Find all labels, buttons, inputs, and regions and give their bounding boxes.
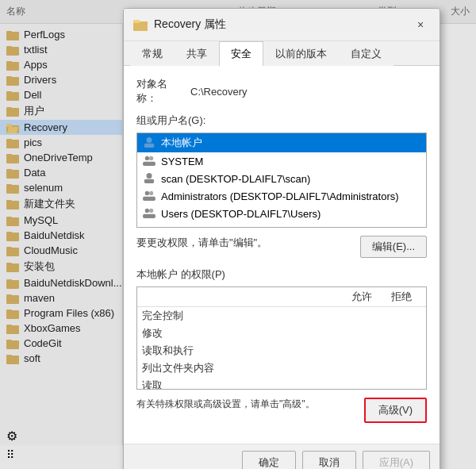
object-name-row: 对象名称： C:\Recovery [136, 77, 427, 106]
perm-col-allow: 允许 [342, 290, 382, 304]
perm-name-readexecute: 读取和执行 [142, 344, 342, 358]
modal-titlebar: Recovery 属性 × [124, 9, 440, 41]
perm-row-fullcontrol: 完全控制 [137, 307, 426, 325]
perm-col-name [142, 290, 342, 304]
edit-hint: 要更改权限，请单击"编辑"。 [136, 236, 360, 258]
user-item-scan[interactable]: scan (DESKTOP-DLAIFL7\scan) [137, 170, 426, 187]
perm-col-deny: 拒绝 [382, 290, 421, 304]
perm-row-readexecute: 读取和执行 [137, 342, 426, 359]
perm-row-modify: 修改 [137, 325, 426, 342]
user-item-administrators[interactable]: Administrators (DESKTOP-DLAIFL7\Administ… [137, 187, 426, 205]
user-list[interactable]: 本地帐户 SYSTEM [136, 133, 427, 228]
object-name-value: C:\Recovery [190, 86, 248, 98]
edit-row: 要更改权限，请单击"编辑"。 编辑(E)... [136, 236, 427, 258]
svg-point-54 [145, 191, 149, 195]
tab-share[interactable]: 共享 [175, 41, 219, 66]
ok-button[interactable]: 确定 [242, 451, 296, 469]
svg-rect-56 [143, 197, 155, 201]
svg-point-52 [147, 173, 152, 179]
svg-rect-53 [144, 179, 154, 183]
user-label-local: 本地帐户 [161, 136, 202, 150]
svg-point-57 [145, 209, 149, 213]
perm-name-fullcontrol: 完全控制 [142, 309, 342, 323]
tab-general[interactable]: 常规 [130, 41, 175, 66]
properties-dialog: Recovery 属性 × 常规 共享 安全 以前的版本 自定义 对象名称： C… [123, 8, 440, 469]
user-group-icon [142, 155, 156, 167]
title-folder-icon [133, 18, 148, 31]
object-name-label: 对象名称： [136, 77, 184, 106]
tab-previous[interactable]: 以前的版本 [263, 41, 339, 66]
apply-button[interactable]: 应用(A) [363, 451, 430, 469]
svg-point-55 [149, 191, 153, 195]
user-item-users[interactable]: Users (DESKTOP-DLAIFL7\Users) [137, 205, 426, 222]
svg-rect-48 [144, 144, 154, 148]
modal-footer: 确定 取消 应用(A) [124, 444, 440, 469]
perm-name-read: 读取 [142, 379, 342, 390]
tab-security[interactable]: 安全 [219, 41, 263, 66]
perm-row-listfolder: 列出文件夹内容 [137, 359, 426, 377]
close-button[interactable]: × [411, 15, 430, 34]
tab-custom[interactable]: 自定义 [339, 41, 393, 66]
user-group-icon [142, 190, 156, 202]
perm-header-row: 允许 拒绝 [137, 287, 426, 307]
permissions-table: 允许 拒绝 完全控制 修改 读取和执行 [136, 286, 427, 390]
advanced-hint: 有关特殊权限或高级设置，请单击"高级"。 [136, 398, 364, 423]
perm-name-listfolder: 列出文件夹内容 [142, 361, 342, 375]
svg-rect-46 [133, 20, 140, 23]
group-user-label: 组或用户名(G): [136, 113, 427, 128]
user-label-scan: scan (DESKTOP-DLAIFL7\scan) [161, 173, 310, 185]
edit-button[interactable]: 编辑(E)... [360, 236, 427, 258]
perm-row-read: 读取 [137, 377, 426, 390]
svg-rect-59 [143, 214, 155, 218]
user-group-icon [142, 207, 156, 220]
user-item-system[interactable]: SYSTEM [137, 152, 426, 170]
user-label-users: Users (DESKTOP-DLAIFL7\Users) [161, 208, 321, 220]
cancel-button[interactable]: 取消 [302, 451, 356, 469]
advanced-row: 有关特殊权限或高级设置，请单击"高级"。 高级(V) [136, 398, 427, 423]
advanced-button[interactable]: 高级(V) [364, 398, 427, 423]
permissions-section: 本地帐户 的权限(P) 允许 拒绝 完全控制 修改 [136, 267, 427, 390]
modal-body: 对象名称： C:\Recovery 组或用户名(G): 本地帐户 [124, 66, 440, 444]
user-label-administrators: Administrators (DESKTOP-DLAIFL7\Administ… [161, 190, 399, 202]
permissions-label: 本地帐户 的权限(P) [136, 267, 427, 282]
modal-overlay: Recovery 属性 × 常规 共享 安全 以前的版本 自定义 对象名称： C… [0, 0, 476, 469]
svg-point-50 [149, 156, 153, 160]
modal-tabs: 常规 共享 安全 以前的版本 自定义 [124, 41, 440, 66]
user-icon [142, 172, 156, 185]
svg-point-49 [145, 156, 149, 160]
svg-point-47 [147, 137, 152, 143]
modal-title: Recovery 属性 [154, 17, 405, 32]
perm-name-modify: 修改 [142, 326, 342, 340]
user-icon [142, 136, 156, 149]
svg-rect-51 [143, 162, 155, 166]
user-item-local[interactable]: 本地帐户 [137, 133, 426, 152]
user-label-system: SYSTEM [161, 156, 203, 167]
svg-point-58 [149, 209, 153, 213]
